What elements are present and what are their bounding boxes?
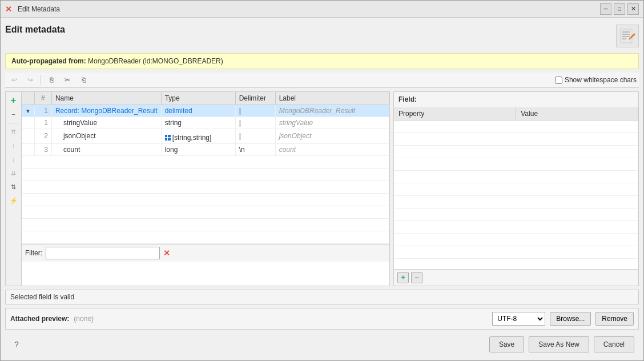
table-row[interactable]: 3 count long \n count bbox=[22, 143, 389, 155]
col-number: # bbox=[34, 92, 51, 105]
undo-button[interactable]: ↩ bbox=[7, 74, 21, 86]
table-header-row: # Name Type Delimiter Label bbox=[22, 92, 389, 105]
expand-cell bbox=[22, 117, 34, 129]
cut-button[interactable]: ✂ bbox=[61, 74, 74, 86]
row-label: count bbox=[275, 143, 389, 155]
save-button[interactable]: Save bbox=[489, 336, 524, 352]
window-content: Edit metadata Auto-propagated from: Mong… bbox=[1, 18, 643, 360]
field-table-row-empty bbox=[394, 221, 638, 234]
sort-button[interactable]: ⇅ bbox=[7, 181, 20, 193]
row-type[interactable]: long bbox=[161, 143, 235, 155]
table-row-empty bbox=[22, 181, 389, 193]
right-panel: Field: Property Value bbox=[393, 91, 639, 286]
move-to-bottom-button[interactable]: ⇊ bbox=[7, 167, 20, 179]
window-controls: ─ □ ✕ bbox=[600, 3, 639, 15]
copy-button[interactable]: ⎘ bbox=[45, 74, 58, 86]
row-name[interactable]: count bbox=[51, 143, 161, 155]
schema-table-area: # Name Type Delimiter Label ▼ 1 bbox=[22, 92, 389, 286]
preview-value: (none) bbox=[74, 315, 488, 323]
preview-label: Attached preview: bbox=[10, 315, 69, 323]
filter-row: Filter: ✕ bbox=[22, 244, 389, 262]
row-delimiter: | bbox=[235, 117, 275, 129]
row-number: 2 bbox=[34, 129, 51, 144]
row-number: 1 bbox=[34, 105, 51, 117]
table-row-empty bbox=[22, 206, 389, 218]
table-row[interactable]: 1 stringValue string | stringValue bbox=[22, 117, 389, 129]
remove-button[interactable]: Remove bbox=[595, 312, 634, 326]
field-remove-button[interactable]: − bbox=[411, 272, 422, 283]
status-text: Selected field is valid bbox=[10, 293, 74, 301]
row-name[interactable]: jsonObject bbox=[51, 129, 161, 144]
field-table-row-empty bbox=[394, 259, 638, 270]
row-label: stringValue bbox=[275, 117, 389, 129]
col-expand bbox=[22, 92, 34, 105]
field-table-row-empty bbox=[394, 208, 638, 221]
filter-clear-button[interactable]: ✕ bbox=[163, 248, 170, 258]
row-delimiter: \n bbox=[235, 143, 275, 155]
remove-field-button[interactable]: − bbox=[7, 108, 20, 121]
field-table-row-empty bbox=[394, 196, 638, 208]
field-col-property: Property bbox=[394, 107, 516, 121]
row-type[interactable]: delimited bbox=[161, 105, 235, 117]
col-label: Label bbox=[275, 92, 389, 105]
filter-label: Filter: bbox=[25, 249, 42, 257]
page-header: Edit metadata bbox=[5, 22, 639, 50]
show-whitespace-container: Show whitespace chars bbox=[555, 76, 637, 84]
field-table-row-empty bbox=[394, 133, 638, 146]
move-to-top-button[interactable]: ⇈ bbox=[7, 126, 20, 138]
add-field-button[interactable]: + bbox=[7, 94, 20, 107]
row-name[interactable]: Record: MongoDBReader_Result bbox=[51, 105, 161, 117]
help-button[interactable]: ? bbox=[10, 338, 23, 351]
row-name[interactable]: stringValue bbox=[51, 117, 161, 129]
paste-button[interactable]: ⎗ bbox=[77, 74, 90, 86]
expand-cell[interactable]: ▼ bbox=[22, 105, 34, 117]
status-bar: Selected field is valid bbox=[5, 290, 639, 304]
field-table-row-empty bbox=[394, 158, 638, 171]
table-row-empty bbox=[22, 155, 389, 168]
auto-propagated-value: MongoDBReader (id:MONGO_DBREADER) bbox=[88, 57, 223, 65]
show-whitespace-checkbox[interactable] bbox=[555, 77, 562, 84]
main-area: + − ⇈ ↑ ↓ ⇊ ⇅ ⚡ # bbox=[5, 91, 639, 286]
row-delimiter: | bbox=[235, 129, 275, 144]
schema-table: # Name Type Delimiter Label ▼ 1 bbox=[22, 92, 389, 244]
move-up-button[interactable]: ↑ bbox=[7, 139, 20, 152]
table-row[interactable]: ▼ 1 Record: MongoDBReader_Result delimit… bbox=[22, 105, 389, 117]
cancel-button[interactable]: Cancel bbox=[594, 336, 634, 352]
table-row-empty bbox=[22, 168, 389, 181]
table-row-empty bbox=[22, 193, 389, 206]
field-table-header-row: Property Value bbox=[394, 107, 638, 121]
col-type: Type bbox=[161, 92, 235, 105]
show-whitespace-label[interactable]: Show whitespace chars bbox=[565, 76, 637, 84]
minimize-button[interactable]: ─ bbox=[600, 3, 611, 15]
expand-cell bbox=[22, 143, 34, 155]
browse-button[interactable]: Browse... bbox=[550, 312, 591, 326]
row-label: MongoDBReader_Result bbox=[275, 105, 389, 117]
main-window: ✕ Edit Metadata ─ □ ✕ Edit metadata bbox=[0, 0, 644, 361]
title-bar: ✕ Edit Metadata ─ □ ✕ bbox=[1, 1, 643, 18]
maximize-button[interactable]: □ bbox=[614, 3, 625, 15]
move-down-button[interactable]: ↓ bbox=[7, 153, 20, 166]
window-title: Edit Metadata bbox=[18, 5, 600, 13]
row-type[interactable]: string bbox=[161, 117, 235, 129]
field-panel-header: Field: bbox=[394, 92, 638, 107]
row-type[interactable]: [string,string] bbox=[161, 129, 235, 144]
save-as-new-button[interactable]: Save As New bbox=[529, 336, 589, 352]
filter-input[interactable] bbox=[46, 247, 160, 259]
close-button[interactable]: ✕ bbox=[627, 3, 639, 15]
table-row-empty bbox=[22, 218, 389, 231]
svg-rect-0 bbox=[621, 29, 632, 43]
field-table: Property Value bbox=[394, 107, 638, 269]
field-add-button[interactable]: + bbox=[397, 272, 409, 283]
redo-button[interactable]: ↪ bbox=[23, 74, 37, 86]
grid-type-icon bbox=[165, 135, 171, 141]
guess-button[interactable]: ⚡ bbox=[7, 194, 20, 207]
row-delimiter: | bbox=[235, 105, 275, 117]
field-table-row-empty bbox=[394, 146, 638, 158]
preview-bar: Attached preview: (none) UTF-8 ISO-8859-… bbox=[5, 308, 639, 330]
table-row[interactable]: 2 jsonObject bbox=[22, 129, 389, 144]
bottom-buttons: ? Save Save As New Cancel bbox=[5, 333, 639, 356]
encoding-select[interactable]: UTF-8 ISO-8859-1 UTF-16 bbox=[492, 312, 545, 326]
auto-propagated-label: Auto-propagated from: bbox=[11, 57, 86, 65]
expand-cell bbox=[22, 129, 34, 144]
field-table-row-empty bbox=[394, 183, 638, 196]
